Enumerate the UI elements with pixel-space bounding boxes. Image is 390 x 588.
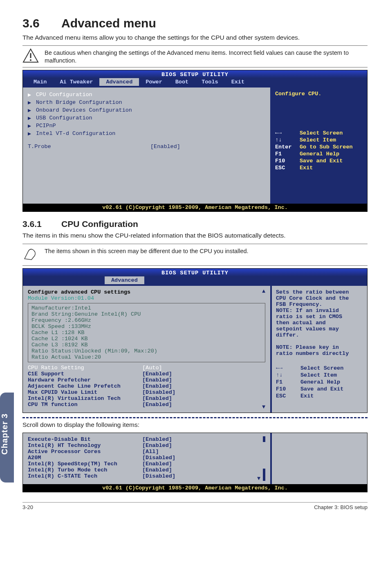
info-note-text: The items shown in this screen may be di… bbox=[45, 247, 249, 255]
menu-label: Onboard Devices Configuration bbox=[36, 107, 132, 113]
subsection-heading: 3.6.1CPU Configuration bbox=[22, 219, 368, 229]
menu-item-onboard-devices[interactable]: ▶Onboard Devices Configuration bbox=[28, 106, 265, 114]
bios-tab-exit[interactable]: Exit bbox=[225, 78, 251, 86]
setting-value: [Enabled] bbox=[142, 467, 172, 473]
bios-tab-advanced[interactable]: Advanced bbox=[99, 78, 139, 86]
key-desc: Exit bbox=[300, 165, 313, 171]
bios-cpu-config-scrolled: Execute-Disable Bit[Enabled] Intel(R) HT… bbox=[22, 433, 368, 492]
key: ←→ bbox=[275, 130, 296, 136]
page-footer: 3-20 Chapter 3: BIOS setup bbox=[22, 502, 368, 510]
submenu-arrow-icon: ▶ bbox=[28, 99, 33, 106]
setting-value: [Auto] bbox=[142, 365, 162, 371]
bios-tab-ai-tweaker[interactable]: Ai Tweaker bbox=[53, 78, 99, 86]
setting-label: Active Processor Cores bbox=[28, 449, 142, 455]
cpu-info-line: Cache L1 :128 KB bbox=[31, 330, 262, 336]
key: ↑↓ bbox=[275, 137, 296, 143]
help-text: Configure CPU. bbox=[275, 91, 363, 97]
bios-left-pane: ▶CPU Configuration ▶North Bridge Configu… bbox=[23, 88, 271, 204]
help-text-line: Sets the ratio between bbox=[276, 289, 363, 295]
submenu-arrow-icon: ▶ bbox=[28, 130, 33, 137]
menu-label: USB Configuration bbox=[36, 115, 92, 121]
help-text-line: differ. bbox=[276, 332, 363, 338]
section-number: 3.6 bbox=[22, 16, 61, 30]
setting-active-cores[interactable]: Active Processor Cores[All] bbox=[28, 449, 265, 455]
module-version: Module Version:01.04 bbox=[28, 295, 265, 301]
chapter-label: Chapter 3: BIOS setup bbox=[314, 504, 368, 510]
menu-item-usb-config[interactable]: ▶USB Configuration bbox=[28, 114, 265, 122]
key-desc: Save and Exit bbox=[300, 386, 343, 392]
section-title-text: Advanced menu bbox=[61, 16, 156, 30]
setting-turbo-mode[interactable]: Intel(R) Turbo Mode tech[Enabled] bbox=[28, 467, 265, 473]
setting-label: Intel(R) C-STATE Tech bbox=[28, 473, 142, 479]
menu-label: CPU Configuration bbox=[36, 92, 92, 98]
setting-speedstep[interactable]: Intel(R) SpeedStep(TM) Tech[Enabled] bbox=[28, 461, 265, 467]
divider bbox=[22, 67, 368, 67]
cpu-info-line: Cache L3 :8192 KB bbox=[31, 342, 262, 348]
submenu-arrow-icon: ▶ bbox=[28, 91, 33, 98]
setting-vtx[interactable]: Intel(R) Virtualization Tech[Enabled] bbox=[28, 395, 265, 402]
note-hand-icon bbox=[22, 247, 39, 263]
submenu-arrow-icon: ▶ bbox=[28, 107, 33, 114]
menu-label: Intel VT-d Configuration bbox=[36, 130, 115, 137]
bios-copyright-footer: v02.61 (C)Copyright 1985-2009, American … bbox=[23, 204, 367, 211]
setting-cpu-tm[interactable]: CPU TM function[Enabled] bbox=[28, 402, 265, 408]
help-text-line: FSB Frequency. bbox=[276, 301, 363, 307]
key: F10 bbox=[275, 158, 296, 164]
key: ESC bbox=[276, 393, 296, 399]
scroll-down-arrow-icon: ▼ bbox=[262, 404, 265, 410]
setting-label: Max CPUID Value Limit bbox=[28, 389, 142, 395]
key: F1 bbox=[276, 379, 296, 385]
help-text-line: ratio numbers directly bbox=[276, 350, 363, 357]
setting-label: Intel(R) Virtualization Tech bbox=[28, 395, 142, 402]
setting-tprobe[interactable]: T.Probe [Enabled] bbox=[28, 144, 265, 150]
setting-execute-disable[interactable]: Execute-Disable Bit[Enabled] bbox=[28, 436, 265, 442]
setting-label: Intel(R) SpeedStep(TM) Tech bbox=[28, 461, 142, 467]
bios-tab-bar: Main Ai Tweaker Advanced Power Boot Tool… bbox=[23, 78, 367, 88]
bios-tab-boot[interactable]: Boot bbox=[169, 78, 195, 86]
setting-value: [Disabled] bbox=[142, 473, 175, 479]
setting-c1e[interactable]: C1E Support[Enabled] bbox=[28, 371, 265, 377]
setting-adj-cache[interactable]: Adjacent Cache Line Prefetch[Enabled] bbox=[28, 383, 265, 389]
key: ←→ bbox=[276, 365, 296, 371]
setting-value: [Enabled] bbox=[142, 461, 172, 467]
cpu-info-line: Frequency :2.66GHz bbox=[31, 317, 262, 323]
menu-item-north-bridge[interactable]: ▶North Bridge Configuration bbox=[28, 99, 265, 106]
setting-max-cpuid[interactable]: Max CPUID Value Limit[Disabled] bbox=[28, 389, 265, 395]
setting-value: [All] bbox=[142, 449, 159, 455]
setting-cpu-ratio[interactable]: CPU Ratio Setting[Auto] bbox=[28, 365, 265, 371]
divider bbox=[22, 45, 368, 46]
menu-item-cpu-config[interactable]: ▶CPU Configuration bbox=[28, 91, 265, 99]
setting-label: CPU Ratio Setting bbox=[28, 365, 142, 371]
setting-value: [Disabled] bbox=[142, 455, 175, 461]
help-text-line: NOTE: Please key in bbox=[276, 344, 363, 350]
bios-title: BIOS SETUP UTILITY bbox=[23, 70, 367, 78]
help-text-line: ratio is set in CMOS bbox=[276, 314, 363, 320]
setting-value: [Enabled] bbox=[150, 144, 180, 150]
cpu-info-line: BCLK Speed :133MHz bbox=[31, 323, 262, 330]
bios-scrollbar[interactable] bbox=[263, 436, 265, 481]
scroll-note: Scroll down to display the following ite… bbox=[22, 421, 368, 429]
setting-ht-tech[interactable]: Intel(R) HT Technology[Enabled] bbox=[28, 442, 265, 449]
key-desc: Select Item bbox=[300, 372, 337, 378]
divider bbox=[22, 265, 368, 266]
menu-item-pcipnp[interactable]: ▶PCIPnP bbox=[28, 122, 265, 130]
bios-cpu-config-screenshot: BIOS SETUP UTILITY Advanced ▲ Configure … bbox=[22, 268, 368, 413]
cpu-info-line: Manufacturer:Intel bbox=[31, 305, 262, 311]
bios-tab-advanced[interactable]: Advanced bbox=[105, 276, 144, 284]
menu-item-intel-vtd[interactable]: ▶Intel VT-d Configuration bbox=[28, 130, 265, 137]
key-help-block: ←→Select Screen ↑↓Select Item EnterGo to… bbox=[275, 130, 363, 171]
cpu-info-box: Manufacturer:Intel Brand String:Genuine … bbox=[28, 303, 265, 362]
bios-tab-main[interactable]: Main bbox=[27, 78, 53, 86]
bios-title: BIOS SETUP UTILITY bbox=[23, 269, 367, 276]
setting-label: T.Probe bbox=[28, 144, 150, 150]
bios-tab-power[interactable]: Power bbox=[139, 78, 169, 86]
setting-a20m[interactable]: A20M[Disabled] bbox=[28, 455, 265, 461]
setting-hw-prefetcher[interactable]: Hardware Prefetcher[Enabled] bbox=[28, 377, 265, 383]
help-text-line: NOTE: If an invalid bbox=[276, 307, 363, 314]
caution-note: Be cautious when changing the settings o… bbox=[22, 48, 368, 65]
bios-tab-tools[interactable]: Tools bbox=[195, 78, 225, 86]
setting-value: [Enabled] bbox=[142, 395, 172, 402]
cpu-info-line: Ratio Actual Value:20 bbox=[31, 354, 262, 360]
setting-value: [Enabled] bbox=[142, 436, 172, 442]
setting-cstate[interactable]: Intel(R) C-STATE Tech[Disabled] bbox=[28, 473, 265, 479]
